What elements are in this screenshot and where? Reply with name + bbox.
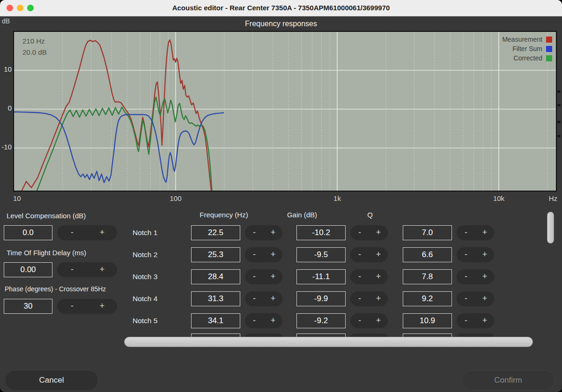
notch-3-gain-input[interactable]: -11.1: [296, 269, 346, 284]
increment-button[interactable]: +: [264, 269, 282, 284]
decrement-button[interactable]: -: [57, 299, 87, 314]
notch-4-gain-input[interactable]: -9.9: [296, 291, 346, 306]
increment-button[interactable]: +: [369, 269, 388, 284]
notch-2-gain-input[interactable]: -9.5: [296, 247, 346, 262]
column-header-gain: Gain (dB): [281, 211, 323, 219]
decrement-button[interactable]: -: [350, 269, 369, 284]
increment-button[interactable]: +: [475, 225, 494, 240]
increment-button[interactable]: +: [87, 299, 117, 314]
notch-4-frequency-input[interactable]: 31.3: [191, 291, 240, 306]
notch-row-label: Notch 1: [133, 225, 157, 240]
increment-button[interactable]: +: [87, 225, 117, 240]
y-tick-label: 10: [0, 65, 12, 73]
increment-button[interactable]: +: [475, 247, 494, 262]
notch-5-gain-input[interactable]: -9.2: [296, 313, 346, 328]
stepper: -+: [457, 313, 494, 328]
notch-5-q-input[interactable]: 10.9: [403, 313, 452, 328]
legend-label: Corrected: [514, 54, 542, 62]
stepper: -+: [245, 291, 282, 306]
notch-3-q-input[interactable]: 7.8: [403, 269, 452, 284]
y-tick-label: 0: [0, 104, 12, 112]
decrement-button[interactable]: -: [350, 291, 369, 306]
increment-button[interactable]: +: [264, 291, 282, 306]
stepper: -+: [350, 247, 388, 262]
stepper: -+: [245, 313, 282, 328]
decrement-button[interactable]: -: [457, 291, 475, 306]
increment-button[interactable]: +: [264, 313, 282, 328]
decrement-button[interactable]: -: [457, 247, 475, 262]
column-header-frequency: Frequency (Hz): [191, 211, 257, 219]
chart-plot-area[interactable]: [14, 32, 556, 191]
legend-swatch: [546, 37, 552, 43]
decrement-button[interactable]: -: [245, 313, 264, 328]
vertical-scrollbar[interactable]: [547, 212, 554, 244]
increment-button[interactable]: +: [475, 291, 494, 306]
legend-item: Corrected: [502, 53, 552, 63]
decrement-button[interactable]: -: [245, 225, 264, 240]
decrement-button[interactable]: -: [350, 225, 369, 240]
column-header-q: Q: [363, 211, 377, 219]
increment-button[interactable]: +: [87, 262, 117, 277]
increment-button[interactable]: +: [369, 247, 388, 262]
legend-swatch: [546, 46, 552, 52]
time-of-flight-delay-input[interactable]: 0.00: [4, 262, 52, 277]
cancel-button[interactable]: Cancel: [5, 370, 98, 391]
phase-label: Phase (degrees) - Crossover 85Hz: [5, 285, 106, 293]
decrement-button[interactable]: -: [350, 313, 369, 328]
window-edge-mark: [557, 135, 561, 137]
stepper: -+: [457, 225, 494, 240]
stepper: -+: [57, 225, 117, 240]
horizontal-scrollbar[interactable]: [124, 337, 533, 347]
stepper: -+: [457, 269, 494, 284]
increment-button[interactable]: +: [369, 313, 388, 328]
chart-title: Frequency responses: [0, 20, 562, 28]
notch-2-frequency-input[interactable]: 25.3: [191, 247, 240, 262]
decrement-button[interactable]: -: [245, 291, 264, 306]
increment-button[interactable]: +: [264, 247, 282, 262]
window-edge-mark: [557, 104, 561, 106]
stepper: -+: [350, 225, 388, 240]
time-of-flight-delay-label: Time Of Flight Delay (ms): [7, 249, 86, 257]
decrement-button[interactable]: -: [457, 269, 475, 284]
stepper: -+: [245, 247, 282, 262]
curve-measurement: [21, 40, 211, 191]
cursor-frequency: 210 Hz: [22, 36, 47, 47]
notch-2-q-input[interactable]: 6.6: [403, 247, 452, 262]
x-tick-label: 10: [13, 194, 21, 202]
phase-input[interactable]: 30: [4, 299, 52, 314]
notch-1-frequency-input[interactable]: 22.5: [191, 225, 240, 240]
decrement-button[interactable]: -: [457, 225, 475, 240]
decrement-button[interactable]: -: [350, 247, 369, 262]
frequency-response-chart[interactable]: 210 Hz 20.0 dB MeasurementFilter SumCorr…: [13, 31, 557, 192]
legend-item: Filter Sum: [502, 44, 552, 53]
window-title: Acoustic editor - Rear Center 7350A - 73…: [0, 0, 562, 16]
notch-1-gain-input[interactable]: -10.2: [296, 225, 346, 240]
notch-row-label: Notch 2: [133, 247, 157, 262]
increment-button[interactable]: +: [475, 313, 494, 328]
confirm-button[interactable]: Confirm: [461, 370, 555, 391]
x-tick-label: 10k: [487, 194, 510, 202]
notch-row-label: Notch 3: [133, 269, 157, 284]
increment-button[interactable]: +: [264, 225, 282, 240]
level-compensation-input[interactable]: 0.0: [4, 225, 52, 240]
y-tick-label: -10: [0, 143, 12, 151]
increment-button[interactable]: +: [475, 269, 494, 284]
notch-4-q-input[interactable]: 9.2: [403, 291, 452, 306]
stepper: -+: [57, 262, 117, 277]
decrement-button[interactable]: -: [57, 262, 87, 277]
decrement-button[interactable]: -: [245, 269, 264, 284]
notch-1-q-input[interactable]: 7.0: [403, 225, 452, 240]
stepper: -+: [457, 291, 494, 306]
legend-item: Measurement: [502, 35, 552, 44]
decrement-button[interactable]: -: [457, 313, 475, 328]
increment-button[interactable]: +: [369, 225, 388, 240]
stepper: -+: [245, 269, 282, 284]
notch-3-frequency-input[interactable]: 28.4: [191, 269, 240, 284]
legend-swatch: [546, 55, 552, 61]
decrement-button[interactable]: -: [57, 225, 87, 240]
cursor-level: 20.0 dB: [22, 47, 47, 58]
increment-button[interactable]: +: [369, 291, 388, 306]
notch-5-frequency-input[interactable]: 34.1: [191, 313, 240, 328]
chart-legend: MeasurementFilter SumCorrected: [502, 35, 552, 63]
decrement-button[interactable]: -: [245, 247, 264, 262]
